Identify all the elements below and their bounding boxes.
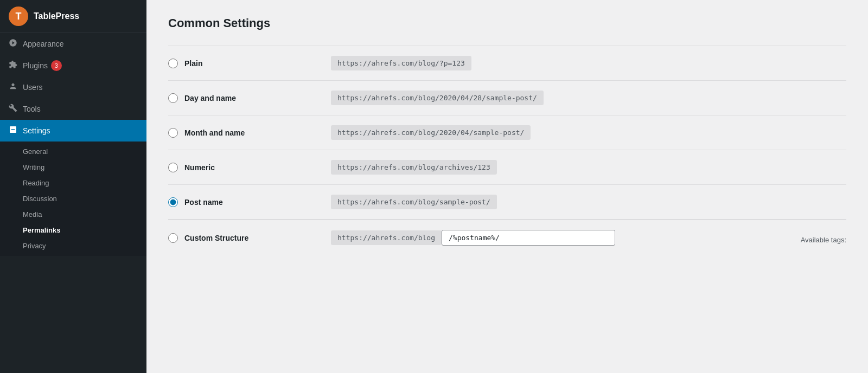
- numeric-label: Numeric: [184, 163, 215, 172]
- day-and-name-url: https://ahrefs.com/blog/2020/04/28/sampl…: [331, 91, 544, 105]
- custom-radio-label[interactable]: Custom Structure: [168, 233, 320, 243]
- permalink-settings: Plain https://ahrefs.com/blog/?p=123 Day…: [168, 46, 846, 255]
- permalink-row-custom: Custom Structure https://ahrefs.com/blog…: [168, 220, 846, 255]
- sidebar-logo: T TablePress: [0, 0, 146, 33]
- numeric-url: https://ahrefs.com/blog/archives/123: [331, 160, 497, 175]
- page-title: Common Settings: [168, 16, 846, 30]
- tools-icon: [9, 104, 17, 114]
- custom-structure-inputs: https://ahrefs.com/blog: [331, 230, 638, 246]
- sub-nav-privacy[interactable]: Privacy: [0, 238, 146, 254]
- day-and-name-label: Day and name: [184, 94, 236, 102]
- custom-structure-input[interactable]: [442, 230, 615, 246]
- plugins-icon: [9, 60, 17, 71]
- sidebar-item-appearance-label: Appearance: [23, 40, 64, 48]
- sub-nav-writing[interactable]: Writing: [0, 159, 146, 175]
- month-and-name-radio-label[interactable]: Month and name: [168, 128, 320, 138]
- sidebar-item-appearance[interactable]: Appearance: [0, 33, 146, 55]
- sub-nav-media[interactable]: Media: [0, 207, 146, 222]
- sidebar-item-settings-label: Settings: [23, 126, 50, 135]
- appearance-icon: [9, 38, 17, 49]
- main-content: Common Settings Plain https://ahrefs.com…: [146, 0, 868, 373]
- available-tags-label: Available tags:: [638, 236, 846, 244]
- sidebar-item-users-label: Users: [23, 83, 43, 92]
- settings-icon: [9, 125, 17, 136]
- tablepress-logo-text: TablePress: [34, 11, 79, 21]
- day-and-name-radio[interactable]: [168, 93, 178, 103]
- post-name-radio[interactable]: [168, 197, 178, 207]
- numeric-radio-label[interactable]: Numeric: [168, 163, 320, 172]
- sidebar-item-plugins-label: Plugins: [23, 61, 48, 70]
- sidebar-item-tools-label: Tools: [23, 105, 41, 113]
- sidebar-item-plugins[interactable]: Plugins 3: [0, 55, 146, 76]
- post-name-url: https://ahrefs.com/blog/sample-post/: [331, 195, 497, 209]
- users-icon: [9, 82, 17, 93]
- sub-nav-permalinks[interactable]: Permalinks: [0, 222, 146, 238]
- settings-sub-nav: General Writing Reading Discussion Media…: [0, 142, 146, 256]
- post-name-radio-label[interactable]: Post name: [168, 197, 320, 207]
- custom-label: Custom Structure: [184, 234, 248, 242]
- sub-nav-discussion[interactable]: Discussion: [0, 191, 146, 207]
- permalink-row-day-and-name: Day and name https://ahrefs.com/blog/202…: [168, 81, 846, 115]
- plain-radio-label[interactable]: Plain: [168, 59, 320, 68]
- plain-radio[interactable]: [168, 59, 178, 68]
- month-and-name-url: https://ahrefs.com/blog/2020/04/sample-p…: [331, 125, 531, 140]
- permalink-row-plain: Plain https://ahrefs.com/blog/?p=123: [168, 46, 846, 81]
- month-and-name-radio[interactable]: [168, 128, 178, 138]
- month-and-name-label: Month and name: [184, 128, 245, 137]
- sub-nav-general[interactable]: General: [0, 144, 146, 159]
- permalink-row-month-and-name: Month and name https://ahrefs.com/blog/2…: [168, 115, 846, 150]
- plugins-badge: 3: [51, 60, 62, 71]
- post-name-label: Post name: [184, 198, 223, 207]
- tablepress-logo-icon: T: [9, 7, 28, 26]
- sub-nav-reading[interactable]: Reading: [0, 175, 146, 191]
- numeric-radio[interactable]: [168, 163, 178, 172]
- permalink-row-numeric: Numeric https://ahrefs.com/blog/archives…: [168, 150, 846, 185]
- sidebar: T TablePress Appearance Plugins 3 Users: [0, 0, 146, 373]
- day-and-name-radio-label[interactable]: Day and name: [168, 93, 320, 103]
- custom-url-prefix: https://ahrefs.com/blog: [331, 230, 442, 245]
- main-nav: Appearance Plugins 3 Users Tools S: [0, 33, 146, 256]
- sidebar-item-users[interactable]: Users: [0, 76, 146, 98]
- plain-url: https://ahrefs.com/blog/?p=123: [331, 56, 471, 70]
- permalink-row-post-name: Post name https://ahrefs.com/blog/sample…: [168, 185, 846, 220]
- sidebar-item-tools[interactable]: Tools: [0, 98, 146, 120]
- plain-label: Plain: [184, 59, 202, 68]
- sidebar-item-settings[interactable]: Settings: [0, 120, 146, 142]
- custom-radio[interactable]: [168, 233, 178, 243]
